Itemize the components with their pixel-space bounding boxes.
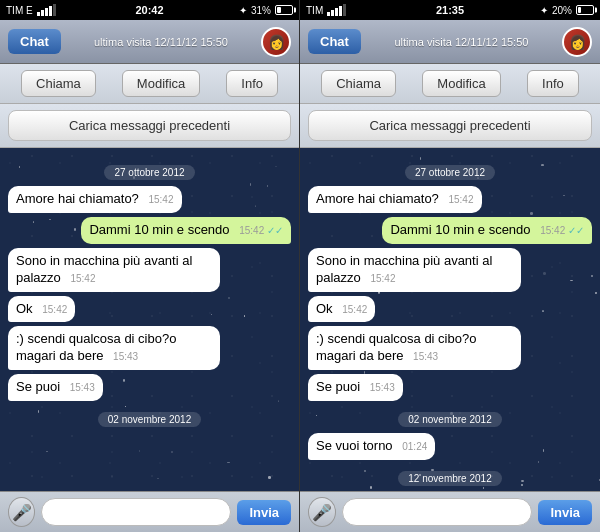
date-separator: 12 novembre 2012 (308, 468, 592, 486)
carrier-label: TIM E (6, 5, 33, 16)
message-text: Amore hai chiamato? (16, 191, 139, 206)
message-row: Amore hai chiamato? 15:42 (8, 186, 291, 213)
status-right: ✦31% (239, 5, 293, 16)
message-text: Sono in macchina più avanti al palazzo (16, 253, 192, 285)
message-row: Se vuoi torno 01:24 (308, 433, 592, 460)
load-previous-section: Carica messaggi precedenti (0, 104, 299, 148)
message-time: 15:43 (113, 351, 138, 362)
date-separator: 02 novembre 2012 (8, 409, 291, 427)
nav-bar: Chatultima visita 12/11/12 15:50👩 (0, 20, 299, 64)
info-button[interactable]: Info (226, 70, 278, 97)
right-panel: TIM21:35✦20%Chatultima visita 12/11/12 1… (300, 0, 600, 532)
message-bubble: Se vuoi torno 01:24 (308, 433, 435, 460)
message-time: 15:42 (70, 273, 95, 284)
message-text: Ok (16, 301, 33, 316)
avatar: 👩 (261, 27, 291, 57)
edit-button[interactable]: Modifica (122, 70, 200, 97)
nav-bar: Chatultima visita 12/11/12 15:50👩 (300, 20, 600, 64)
last-visit-label: ultima visita 12/11/12 15:50 (61, 36, 261, 48)
message-bubble: Dammi 10 min e scendo 15:42 ✓✓ (81, 217, 291, 244)
message-time: 15:42 (42, 304, 67, 315)
battery-label: 31% (251, 5, 271, 16)
chat-area: 27 ottobre 2012Amore hai chiamato? 15:42… (300, 148, 600, 491)
date-label: 12 novembre 2012 (398, 471, 501, 486)
load-previous-section: Carica messaggi precedenti (300, 104, 600, 148)
message-row: Ok 15:42 (308, 296, 592, 323)
message-bubble: :) scendi qualcosa di cibo?o magari da b… (308, 326, 521, 370)
chat-button[interactable]: Chat (308, 29, 361, 54)
message-bubble: Sono in macchina più avanti al palazzo 1… (8, 248, 220, 292)
message-time: 15:42 (342, 304, 367, 315)
status-bar: TIM E20:42✦31% (0, 0, 299, 20)
time-label: 20:42 (135, 4, 163, 16)
bluetooth-icon: ✦ (540, 5, 548, 16)
message-input[interactable] (41, 498, 231, 526)
message-row: :) scendi qualcosa di cibo?o magari da b… (8, 326, 291, 370)
message-text: Ok (316, 301, 333, 316)
load-previous-button[interactable]: Carica messaggi precedenti (308, 110, 592, 141)
message-time: 15:42 (370, 273, 395, 284)
call-button[interactable]: Chiama (21, 70, 96, 97)
message-row: Sono in macchina più avanti al palazzo 1… (308, 248, 592, 292)
send-button[interactable]: Invia (538, 500, 592, 525)
message-row: Dammi 10 min e scendo 15:42 ✓✓ (308, 217, 592, 244)
status-left: TIM E (6, 4, 56, 16)
signal-bars (327, 4, 346, 16)
check-icon: ✓✓ (568, 225, 584, 236)
message-text: Sono in macchina più avanti al palazzo (316, 253, 492, 285)
message-time: 15:43 (413, 351, 438, 362)
message-row: Amore hai chiamato? 15:42 (308, 186, 592, 213)
message-bubble: Dammi 10 min e scendo 15:42 ✓✓ (382, 217, 592, 244)
date-label: 27 ottobre 2012 (405, 165, 495, 180)
date-label: 02 novembre 2012 (398, 412, 501, 427)
carrier-label: TIM (306, 5, 323, 16)
message-text: Se puoi (16, 379, 60, 394)
left-panel: TIM E20:42✦31%Chatultima visita 12/11/12… (0, 0, 300, 532)
action-bar: ChiamaModificaInfo (300, 64, 600, 104)
info-button[interactable]: Info (527, 70, 579, 97)
message-time: 15:42 ✓✓ (540, 225, 584, 236)
message-row: Sono in macchina più avanti al palazzo 1… (8, 248, 291, 292)
message-bubble: Ok 15:42 (8, 296, 75, 323)
battery-label: 20% (552, 5, 572, 16)
message-input[interactable] (342, 498, 532, 526)
edit-button[interactable]: Modifica (422, 70, 500, 97)
chat-button[interactable]: Chat (8, 29, 61, 54)
call-button[interactable]: Chiama (321, 70, 396, 97)
signal-bars (37, 4, 56, 16)
message-bubble: Sono in macchina più avanti al palazzo 1… (308, 248, 521, 292)
message-text: Dammi 10 min e scendo (390, 222, 530, 237)
input-bar: 🎤Invia (0, 491, 299, 532)
send-button[interactable]: Invia (237, 500, 291, 525)
date-label: 02 novembre 2012 (98, 412, 201, 427)
message-time: 15:42 (448, 194, 473, 205)
action-bar: ChiamaModificaInfo (0, 64, 299, 104)
status-right: ✦20% (540, 5, 594, 16)
message-row: :) scendi qualcosa di cibo?o magari da b… (308, 326, 592, 370)
message-bubble: Se puoi 15:43 (8, 374, 103, 401)
message-time: 15:43 (370, 382, 395, 393)
chat-area: 27 ottobre 2012Amore hai chiamato? 15:42… (0, 148, 299, 491)
message-bubble: Amore hai chiamato? 15:42 (8, 186, 182, 213)
message-time: 15:43 (70, 382, 95, 393)
status-left: TIM (306, 4, 346, 16)
message-text: Dammi 10 min e scendo (89, 222, 229, 237)
message-time: 15:42 ✓✓ (239, 225, 283, 236)
messages-container: 27 ottobre 2012Amore hai chiamato? 15:42… (8, 162, 291, 427)
last-visit-label: ultima visita 12/11/12 15:50 (361, 36, 562, 48)
message-bubble: Amore hai chiamato? 15:42 (308, 186, 482, 213)
voice-button[interactable]: 🎤 (308, 497, 336, 527)
message-bubble: Ok 15:42 (308, 296, 375, 323)
battery-icon (275, 5, 293, 15)
message-text: Se puoi (316, 379, 360, 394)
messages-container: 27 ottobre 2012Amore hai chiamato? 15:42… (308, 162, 592, 491)
message-time: 01:24 (402, 441, 427, 452)
voice-button[interactable]: 🎤 (8, 497, 35, 527)
message-row: Se puoi 15:43 (8, 374, 291, 401)
message-text: :) scendi qualcosa di cibo?o magari da b… (16, 331, 176, 363)
date-separator: 27 ottobre 2012 (308, 162, 592, 180)
message-bubble: :) scendi qualcosa di cibo?o magari da b… (8, 326, 220, 370)
date-separator: 02 novembre 2012 (308, 409, 592, 427)
load-previous-button[interactable]: Carica messaggi precedenti (8, 110, 291, 141)
time-label: 21:35 (436, 4, 464, 16)
